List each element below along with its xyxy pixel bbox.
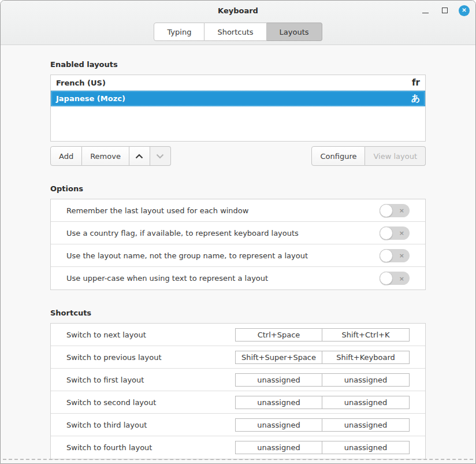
option-row-country-flag: Use a country flag, if available, to rep… xyxy=(51,222,425,244)
shortcut-binding-button[interactable]: unassigned xyxy=(235,396,322,409)
maximize-button[interactable] xyxy=(439,5,451,16)
options-heading: Options xyxy=(50,184,426,193)
close-icon: ✕ xyxy=(462,8,466,13)
option-label: Remember the last layout used for each w… xyxy=(66,206,380,215)
toggle-off-icon: × xyxy=(399,230,404,236)
option-row-layout-name: Use the layout name, not the group name,… xyxy=(51,244,425,267)
close-button[interactable]: ✕ xyxy=(459,5,470,16)
minimize-button[interactable] xyxy=(419,5,431,16)
toggle-knob xyxy=(380,249,393,262)
enabled-layouts-heading: Enabled layouts xyxy=(50,60,426,69)
configure-button[interactable]: Configure xyxy=(311,146,365,166)
tab-typing[interactable]: Typing xyxy=(154,23,204,41)
remove-layout-button[interactable]: Remove xyxy=(82,146,129,166)
shortcut-binding-button[interactable]: unassigned xyxy=(235,418,322,432)
tab-layouts[interactable]: Layouts xyxy=(267,23,322,41)
toggle-knob xyxy=(380,227,393,240)
toggle-off-icon: × xyxy=(399,207,404,214)
options-panel: Remember the last layout used for each w… xyxy=(50,199,426,290)
toggle-switch-remember-layout[interactable]: × xyxy=(380,204,410,217)
shortcut-row-third-layout: Switch to third layout unassigned unassi… xyxy=(51,414,425,436)
option-label: Use a country flag, if available, to rep… xyxy=(66,229,380,237)
add-layout-button[interactable]: Add xyxy=(50,146,82,166)
option-row-remember-layout: Remember the last layout used for each w… xyxy=(51,199,425,222)
toggle-knob xyxy=(380,204,393,217)
shortcut-binding-button[interactable]: unassigned xyxy=(322,396,410,409)
toggle-off-icon: × xyxy=(399,253,404,259)
shortcuts-heading: Shortcuts xyxy=(50,309,426,317)
shortcut-row-first-layout: Switch to first layout unassigned unassi… xyxy=(51,369,425,391)
shortcut-label: Switch to first layout xyxy=(66,376,235,384)
enabled-layouts-list: French (US) fr Japanese (Mozc) あ xyxy=(50,75,426,142)
shortcut-row-fourth-layout: Switch to fourth layout unassigned unass… xyxy=(51,436,425,459)
tab-bar: Typing Shortcuts Layouts xyxy=(1,23,475,41)
option-label: Use the layout name, not the group name,… xyxy=(66,251,380,260)
toggle-knob xyxy=(380,272,393,285)
option-row-upper-case: Use upper-case when using text to repres… xyxy=(51,267,425,289)
shortcut-row-next-layout: Switch to next layout Ctrl+Space Shift+C… xyxy=(51,324,425,346)
scroll-undershoot-indicator xyxy=(3,459,473,460)
shortcut-label: Switch to next layout xyxy=(66,331,235,339)
shortcuts-panel: Switch to next layout Ctrl+Space Shift+C… xyxy=(50,323,426,459)
tab-shortcuts[interactable]: Shortcuts xyxy=(204,23,266,41)
view-layout-button[interactable]: View layout xyxy=(365,146,426,166)
layouts-toolbar: Add Remove Configure View layout xyxy=(50,146,426,166)
layouts-tab-content: Enabled layouts French (US) fr Japanese … xyxy=(1,45,475,463)
shortcut-binding-button[interactable]: Shift+Ctrl+K xyxy=(322,328,410,341)
keyboard-settings-window: Keyboard ✕ Typing Shortcuts Layouts Enab… xyxy=(0,0,476,464)
toggle-switch-country-flag[interactable]: × xyxy=(380,227,410,240)
maximize-icon xyxy=(442,8,448,13)
layout-name: Japanese (Mozc) xyxy=(56,94,411,103)
window-title: Keyboard xyxy=(218,6,258,15)
shortcut-label: Switch to previous layout xyxy=(66,353,235,362)
window-header: Keyboard ✕ Typing Shortcuts Layouts xyxy=(1,1,475,45)
layout-list-item-french[interactable]: French (US) fr xyxy=(51,75,425,91)
layout-name: French (US) xyxy=(56,79,412,87)
layout-list-item-japanese[interactable]: Japanese (Mozc) あ xyxy=(51,91,425,106)
minimize-icon xyxy=(422,13,429,13)
toggle-switch-layout-name[interactable]: × xyxy=(380,249,410,262)
toggle-switch-upper-case[interactable]: × xyxy=(380,272,410,285)
shortcut-binding-button[interactable]: unassigned xyxy=(322,373,410,387)
move-up-button[interactable] xyxy=(129,146,150,166)
shortcut-binding-button[interactable]: unassigned xyxy=(235,441,322,454)
layout-indicator: あ xyxy=(411,93,420,104)
shortcut-binding-button[interactable]: unassigned xyxy=(322,418,410,432)
option-label: Use upper-case when using text to repres… xyxy=(66,274,380,283)
chevron-down-icon xyxy=(156,154,164,159)
shortcut-row-previous-layout: Switch to previous layout Shift+Super+Sp… xyxy=(51,346,425,369)
shortcut-binding-button[interactable]: Shift+Keyboard xyxy=(322,351,410,364)
shortcut-label: Switch to third layout xyxy=(66,421,235,429)
shortcut-label: Switch to fourth layout xyxy=(66,443,235,452)
window-controls: ✕ xyxy=(419,1,470,20)
move-down-button[interactable] xyxy=(150,146,171,166)
shortcut-label: Switch to second layout xyxy=(66,398,235,407)
shortcut-binding-button[interactable]: Shift+Super+Space xyxy=(235,351,322,364)
chevron-up-icon xyxy=(135,154,143,159)
shortcut-binding-button[interactable]: unassigned xyxy=(235,373,322,387)
layout-indicator: fr xyxy=(412,77,420,88)
shortcut-row-second-layout: Switch to second layout unassigned unass… xyxy=(51,391,425,414)
toggle-off-icon: × xyxy=(399,275,404,281)
shortcut-binding-button[interactable]: Ctrl+Space xyxy=(235,328,322,341)
titlebar[interactable]: Keyboard ✕ xyxy=(1,1,475,20)
shortcut-binding-button[interactable]: unassigned xyxy=(322,441,410,454)
